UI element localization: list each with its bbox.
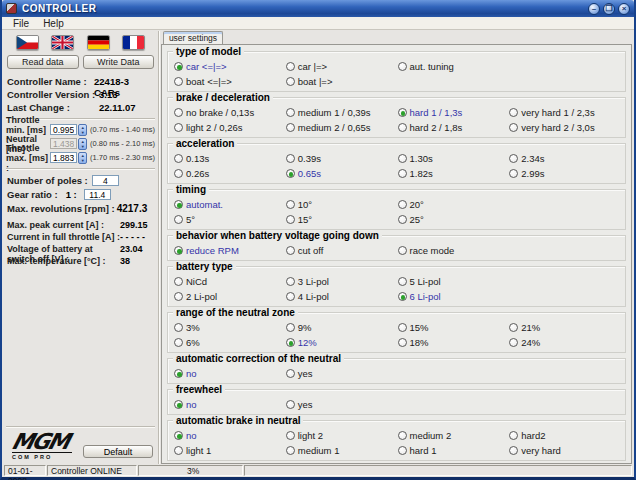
radio-option[interactable]: 21% bbox=[509, 322, 621, 333]
czech-flag-icon[interactable] bbox=[16, 35, 39, 50]
gear-ratio-prefix: 1 : bbox=[66, 189, 77, 200]
radio-option[interactable]: yes bbox=[286, 368, 398, 379]
radio-icon bbox=[174, 400, 183, 409]
spinner-down-button[interactable]: ▼ bbox=[79, 130, 86, 135]
controller-version-row: Controller Version : 3.13 bbox=[7, 89, 154, 100]
close-button[interactable]: × bbox=[618, 3, 630, 15]
radio-option-label: 3% bbox=[186, 322, 200, 333]
radio-option[interactable]: 5° bbox=[174, 214, 286, 225]
radio-option[interactable]: 10° bbox=[286, 199, 398, 210]
radio-icon bbox=[286, 338, 295, 347]
radio-option[interactable]: 18% bbox=[398, 337, 510, 348]
radio-option[interactable]: light 2 bbox=[286, 430, 398, 441]
radio-option-label: 0.65s bbox=[298, 168, 321, 179]
uk-flag-icon[interactable] bbox=[51, 35, 74, 50]
menu-help[interactable]: Help bbox=[36, 18, 71, 29]
radio-option[interactable]: 15% bbox=[398, 322, 510, 333]
radio-option[interactable]: aut. tuning bbox=[398, 61, 510, 72]
radio-option[interactable]: very hard 2 / 3,0s bbox=[509, 122, 621, 133]
throttle-min-spinner: ▲▼ bbox=[78, 124, 87, 136]
radio-option[interactable]: NiCd bbox=[174, 276, 286, 287]
poles-row: Number of poles : bbox=[7, 174, 154, 187]
throttle-min-input[interactable] bbox=[50, 124, 77, 135]
radio-option[interactable]: 9% bbox=[286, 322, 398, 333]
gear-ratio-input[interactable] bbox=[84, 189, 111, 200]
spinner-down-button[interactable]: ▼ bbox=[79, 144, 86, 149]
radio-option[interactable]: very hard bbox=[509, 445, 621, 456]
radio-option[interactable]: very hard 1 / 2,3s bbox=[509, 107, 621, 118]
poles-input[interactable] bbox=[92, 175, 119, 186]
spinner-down-button[interactable]: ▼ bbox=[79, 158, 86, 163]
title-bar[interactable]: CONTROLLER – ❐ × bbox=[2, 0, 634, 17]
radio-option-label: very hard bbox=[521, 445, 561, 456]
radio-option[interactable]: medium 2 bbox=[398, 430, 510, 441]
radio-option[interactable]: hard 1 / 1,3s bbox=[398, 107, 510, 118]
radio-option[interactable]: hard 2 / 1,8s bbox=[398, 122, 510, 133]
radio-option[interactable]: automat. bbox=[174, 199, 286, 210]
max-revolutions-label: Max. revolutions [rpm] : bbox=[7, 203, 115, 214]
radio-option[interactable]: no bbox=[174, 399, 286, 410]
radio-option[interactable]: medium 2 / 0,65s bbox=[286, 122, 398, 133]
radio-option[interactable]: light 2 / 0,26s bbox=[174, 122, 286, 133]
radio-icon bbox=[398, 323, 407, 332]
radio-icon bbox=[398, 292, 407, 301]
tab-user-settings[interactable]: user settings bbox=[163, 31, 223, 44]
radio-option[interactable]: 3% bbox=[174, 322, 286, 333]
read-data-button[interactable]: Read data bbox=[7, 55, 79, 69]
default-button[interactable]: Default bbox=[83, 445, 153, 458]
radio-option[interactable]: 2.34s bbox=[509, 153, 621, 164]
radio-option[interactable]: boat <=|=> bbox=[174, 76, 286, 87]
radio-option[interactable]: hard2 bbox=[509, 430, 621, 441]
minimize-button[interactable]: – bbox=[588, 3, 600, 15]
german-flag-icon[interactable] bbox=[87, 35, 110, 50]
radio-option[interactable]: reduce RPM bbox=[174, 245, 286, 256]
radio-option[interactable]: medium 1 / 0,39s bbox=[286, 107, 398, 118]
radio-option-label: 6 Li-pol bbox=[410, 291, 441, 302]
radio-option[interactable]: no bbox=[174, 368, 286, 379]
menu-file[interactable]: File bbox=[6, 18, 36, 29]
radio-icon bbox=[509, 108, 518, 117]
radio-option[interactable]: 4 Li-pol bbox=[286, 291, 398, 302]
radio-option[interactable]: 15° bbox=[286, 214, 398, 225]
write-data-button[interactable]: Write Data bbox=[83, 55, 155, 69]
radio-option[interactable]: 20° bbox=[398, 199, 510, 210]
radio-icon bbox=[286, 431, 295, 440]
french-flag-icon[interactable] bbox=[122, 35, 145, 50]
radio-option[interactable]: 2.99s bbox=[509, 168, 621, 179]
radio-option[interactable]: light 1 bbox=[174, 445, 286, 456]
radio-option[interactable]: 25° bbox=[398, 214, 510, 225]
peak-current-value: 299.15 bbox=[120, 220, 154, 231]
radio-option[interactable]: 6 Li-pol bbox=[398, 291, 510, 302]
radio-option-label: no bbox=[186, 430, 197, 441]
radio-option[interactable]: cut off bbox=[286, 245, 398, 256]
radio-option[interactable]: 12% bbox=[286, 337, 398, 348]
radio-option[interactable]: 1.30s bbox=[398, 153, 510, 164]
radio-option[interactable]: 0.13s bbox=[174, 153, 286, 164]
radio-option[interactable]: 6% bbox=[174, 337, 286, 348]
radio-row: noyes bbox=[174, 397, 621, 412]
radio-option[interactable]: 24% bbox=[509, 337, 621, 348]
radio-option[interactable]: no brake / 0,13s bbox=[174, 107, 286, 118]
radio-option[interactable]: car <=|=> bbox=[174, 61, 286, 72]
throttle-max-input[interactable] bbox=[50, 152, 77, 163]
radio-option[interactable]: 0.26s bbox=[174, 168, 286, 179]
radio-option[interactable]: race mode bbox=[398, 245, 510, 256]
radio-option[interactable]: medium 1 bbox=[286, 445, 398, 456]
radio-option[interactable]: 3 Li-pol bbox=[286, 276, 398, 287]
radio-icon bbox=[174, 369, 183, 378]
radio-option[interactable]: 2 Li-pol bbox=[174, 291, 286, 302]
radio-option[interactable]: no bbox=[174, 430, 286, 441]
radio-option[interactable]: 1.82s bbox=[398, 168, 510, 179]
radio-option[interactable]: 0.65s bbox=[286, 168, 398, 179]
switch-off-voltage-label: Voltage of battery at switch off [V] : bbox=[7, 244, 120, 255]
radio-option[interactable]: 0.39s bbox=[286, 153, 398, 164]
controller-version-value: 3.13 bbox=[99, 89, 118, 100]
maximize-button[interactable]: ❐ bbox=[603, 3, 615, 15]
radio-option[interactable]: boat |=> bbox=[286, 76, 398, 87]
radio-option[interactable]: 5 Li-pol bbox=[398, 276, 510, 287]
radio-option[interactable]: car |=> bbox=[286, 61, 398, 72]
radio-option[interactable]: hard 1 bbox=[398, 445, 510, 456]
group-title: automatic correction of the neutral bbox=[173, 353, 344, 364]
radio-option[interactable]: yes bbox=[286, 399, 398, 410]
radio-icon bbox=[286, 400, 295, 409]
